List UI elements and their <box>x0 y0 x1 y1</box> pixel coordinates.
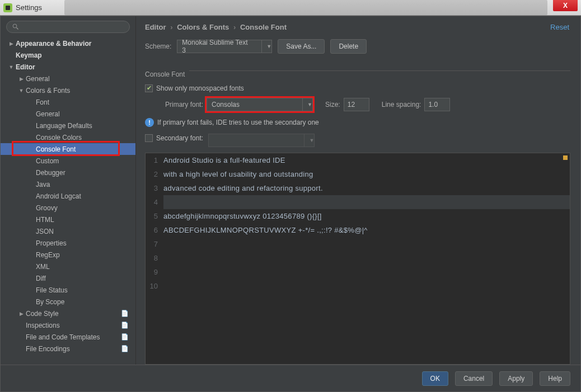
font-preview-editor[interactable]: 12345678910 Android Studio is a full-fea… <box>145 153 570 365</box>
search-icon <box>12 23 19 30</box>
chevron-down-icon: ▼ <box>304 134 314 147</box>
svg-point-0 <box>13 24 17 28</box>
tree-item-label: Inspections <box>26 322 60 329</box>
tree-item-label: Console Colors <box>36 134 82 141</box>
scheme-label: Scheme: <box>145 42 171 50</box>
tree-item[interactable]: Debugger <box>1 167 135 178</box>
scheme-dropdown[interactable]: Monokai Sublime Text 3 ▼ <box>177 40 272 53</box>
editor-code: Android Studio is a full-featured IDEwit… <box>163 153 570 293</box>
tree-item[interactable]: Android Logcat <box>1 190 135 202</box>
tree-item-label: Code Style <box>26 310 59 318</box>
tree-item[interactable]: Font <box>1 96 135 108</box>
fieldset-title: Console Font <box>145 70 185 78</box>
settings-tree[interactable]: ▶Appearance & BehaviorKeymap▼Editor▶Gene… <box>1 37 135 365</box>
tree-item-label: Groovy <box>36 204 58 212</box>
tree-item[interactable]: File Encodings📄 <box>1 343 135 355</box>
size-input[interactable] <box>344 98 369 111</box>
tree-item[interactable]: RegExp <box>1 249 135 261</box>
editor-marker-icon <box>563 155 568 160</box>
expand-arrow-icon: ▼ <box>8 64 14 70</box>
tree-item-label: Font <box>36 98 49 106</box>
expand-arrow-icon: ▼ <box>18 88 24 93</box>
tree-item-label: XML <box>36 263 50 271</box>
reset-link[interactable]: Reset <box>550 23 569 31</box>
tree-item[interactable]: Inspections📄 <box>1 319 135 331</box>
tree-item-label: Colors & Fonts <box>26 87 70 95</box>
expand-arrow-icon: ▶ <box>8 41 14 46</box>
tree-item-label: Editor <box>16 63 35 71</box>
help-button[interactable]: Help <box>540 371 570 386</box>
tree-item-label: RegExp <box>36 251 60 259</box>
tree-item[interactable]: Java <box>1 178 135 190</box>
tree-item[interactable]: Diff <box>1 272 135 284</box>
close-button[interactable]: X <box>553 0 578 11</box>
tree-item-label: Java <box>36 181 50 188</box>
apply-button[interactable]: Apply <box>499 371 533 386</box>
secondary-font-label: Secondary font: <box>156 134 203 142</box>
checkbox-icon: ✔ <box>145 84 153 92</box>
tree-item-label: Properties <box>36 239 67 247</box>
primary-font-dropdown[interactable]: Consolas ▼ <box>207 98 313 111</box>
line-spacing-input[interactable] <box>424 98 450 111</box>
info-text: If primary font fails, IDE tries to use … <box>157 119 319 126</box>
tree-item-label: General <box>36 110 60 118</box>
size-label: Size: <box>325 101 340 108</box>
tree-item[interactable]: Groovy <box>1 202 135 214</box>
chevron-down-icon: ▼ <box>261 40 271 53</box>
divider <box>189 70 570 71</box>
tree-item-label: File and Code Templates <box>26 333 100 341</box>
tree-item[interactable]: ▶Appearance & Behavior <box>1 37 135 49</box>
tree-item-label: HTML <box>36 216 54 224</box>
tree-item-label: By Scope <box>36 298 64 306</box>
expand-arrow-icon: ▶ <box>18 311 24 317</box>
show-monospaced-checkbox[interactable]: ✔ Show only monospaced fonts <box>145 84 244 92</box>
tree-item[interactable]: ▶Code Style📄 <box>1 308 135 319</box>
tree-item[interactable]: Keymap <box>1 49 135 61</box>
tree-item[interactable]: Properties <box>1 237 135 249</box>
primary-font-value: Consolas <box>207 101 244 108</box>
ok-button[interactable]: OK <box>422 371 448 386</box>
breadcrumb-item: Console Font <box>240 23 287 31</box>
window-title: Settings <box>16 3 42 12</box>
save-as-button[interactable]: Save As... <box>278 39 325 54</box>
tree-item[interactable]: General <box>1 108 135 120</box>
copy-icon: 📄 <box>121 322 129 329</box>
tree-item-label: Diff <box>36 275 46 282</box>
tree-item[interactable]: Console Font <box>1 143 135 155</box>
tree-item[interactable]: Custom <box>1 155 135 167</box>
tree-item[interactable]: HTML <box>1 214 135 225</box>
tree-item[interactable]: ▼Colors & Fonts <box>1 84 135 96</box>
tree-item[interactable]: Console Colors <box>1 131 135 143</box>
search-input[interactable] <box>6 21 130 33</box>
tree-item-label: General <box>26 75 50 83</box>
editor-gutter: 12345678910 <box>146 153 161 365</box>
copy-icon: 📄 <box>121 345 129 352</box>
tree-item[interactable]: ▶General <box>1 73 135 84</box>
tree-item-label: Custom <box>36 157 59 165</box>
breadcrumb: Editor › Colors & Fonts › Console Font <box>145 23 570 31</box>
breadcrumb-item[interactable]: Colors & Fonts <box>177 23 229 31</box>
settings-content: Editor › Colors & Fonts › Console Font R… <box>136 16 580 365</box>
breadcrumb-item[interactable]: Editor <box>145 23 166 31</box>
cancel-button[interactable]: Cancel <box>455 371 493 386</box>
tree-item[interactable]: XML <box>1 261 135 272</box>
app-logo-icon <box>3 3 12 12</box>
tree-item[interactable]: JSON <box>1 225 135 237</box>
tree-item[interactable]: File and Code Templates📄 <box>1 331 135 343</box>
line-spacing-label: Line spacing: <box>382 101 421 108</box>
secondary-font-checkbox[interactable]: ✔ Secondary font: <box>145 134 203 142</box>
tree-item[interactable]: Language Defaults <box>1 120 135 131</box>
tree-item-label: File Encodings <box>26 345 70 353</box>
delete-button[interactable]: Delete <box>330 39 367 54</box>
tree-item-label: Language Defaults <box>36 122 92 130</box>
titlebar-spacer <box>64 0 547 15</box>
secondary-font-dropdown: ▼ <box>208 134 315 147</box>
scheme-value: Monokai Sublime Text 3 <box>177 39 252 54</box>
tree-item[interactable]: By Scope <box>1 296 135 308</box>
tree-item-label: Debugger <box>36 169 65 177</box>
tree-item[interactable]: File Status <box>1 284 135 296</box>
tree-item[interactable]: ▼Editor <box>1 61 135 73</box>
tree-item-label: JSON <box>36 228 54 235</box>
copy-icon: 📄 <box>121 333 129 341</box>
copy-icon: 📄 <box>121 310 129 317</box>
